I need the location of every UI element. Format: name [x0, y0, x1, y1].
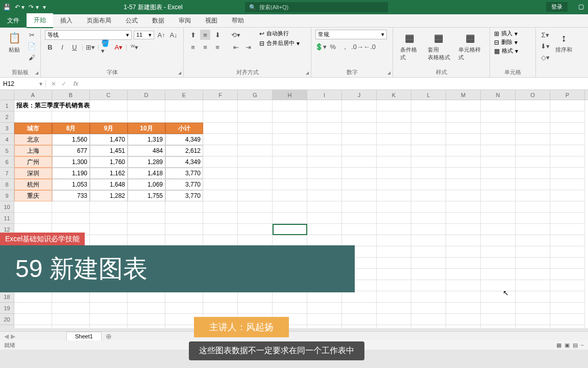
cell[interactable] [446, 325, 481, 328]
cell[interactable]: 城市 [14, 123, 52, 134]
cell[interactable] [377, 213, 411, 224]
cell[interactable] [481, 314, 516, 325]
borders-icon[interactable]: ⊞▾ [85, 42, 95, 52]
cell[interactable] [273, 190, 307, 201]
cell[interactable] [411, 224, 446, 235]
cell[interactable] [165, 303, 203, 314]
cell[interactable] [273, 156, 307, 168]
cell[interactable] [273, 111, 307, 123]
merge-center-button[interactable]: ⊟合并后居中▾ [259, 39, 300, 47]
cell[interactable] [411, 179, 446, 190]
cell[interactable] [238, 213, 273, 224]
qat-customize-icon[interactable]: ▾ [43, 4, 46, 11]
cell[interactable] [128, 224, 165, 235]
cell[interactable] [342, 123, 377, 134]
cell[interactable] [52, 111, 90, 123]
cell[interactable] [411, 201, 446, 213]
cell[interactable] [165, 201, 203, 213]
column-header[interactable]: H [273, 90, 307, 100]
cell[interactable] [377, 303, 411, 314]
cell[interactable] [14, 303, 52, 314]
cell[interactable] [377, 235, 411, 246]
cell[interactable]: 4,349 [165, 156, 203, 168]
cell[interactable] [307, 111, 342, 123]
cell[interactable] [377, 258, 411, 269]
cell[interactable] [516, 134, 550, 145]
cell[interactable] [481, 258, 516, 269]
cell[interactable]: 1,560 [52, 134, 90, 145]
cell-styles-button[interactable]: ▦单元格样式 [455, 30, 485, 62]
name-box[interactable]: H12▾ [0, 80, 46, 87]
cell[interactable] [481, 168, 516, 179]
cell[interactable]: 深圳 [14, 168, 52, 179]
fill-icon[interactable]: ⬇▾ [540, 41, 550, 51]
cell[interactable] [550, 280, 585, 291]
italic-button[interactable]: I [57, 42, 67, 52]
column-header[interactable]: A [14, 90, 52, 100]
row-header[interactable]: 20 [0, 314, 14, 325]
cell[interactable] [411, 123, 446, 134]
cell[interactable] [90, 325, 128, 328]
cell[interactable] [481, 224, 516, 235]
cell[interactable] [203, 145, 238, 156]
column-header[interactable]: E [165, 90, 203, 100]
cell[interactable] [238, 111, 273, 123]
conditional-format-button[interactable]: ▦条件格式 [397, 30, 423, 62]
cell[interactable] [516, 190, 550, 201]
cell[interactable] [203, 224, 238, 235]
cell[interactable] [411, 134, 446, 145]
cell[interactable]: 报表：第三季度手机销售表 [14, 100, 52, 111]
autosum-icon[interactable]: Σ▾ [540, 30, 550, 40]
cell[interactable]: 杭州 [14, 179, 52, 190]
cell[interactable] [14, 291, 52, 303]
cell[interactable] [377, 314, 411, 325]
cell[interactable] [238, 100, 273, 111]
cell[interactable] [165, 111, 203, 123]
cell[interactable] [52, 314, 90, 325]
cell[interactable]: 1,069 [128, 179, 165, 190]
cell[interactable] [550, 201, 585, 213]
cell[interactable] [203, 168, 238, 179]
cell[interactable]: 1,289 [128, 156, 165, 168]
cell[interactable]: 3,770 [165, 168, 203, 179]
cell[interactable] [411, 235, 446, 246]
cell[interactable] [342, 325, 377, 328]
cell[interactable] [52, 291, 90, 303]
cell[interactable] [446, 235, 481, 246]
column-header[interactable]: M [446, 90, 481, 100]
cell[interactable] [411, 246, 446, 258]
cell[interactable] [516, 258, 550, 269]
row-header[interactable]: 21 [0, 325, 14, 328]
cell[interactable] [342, 168, 377, 179]
tab-home[interactable]: 开始 [27, 13, 53, 28]
cell[interactable] [307, 235, 342, 246]
accounting-format-icon[interactable]: 💲▾ [315, 41, 326, 52]
row-header[interactable]: 4 [0, 134, 14, 145]
tab-help[interactable]: 帮助 [225, 14, 251, 28]
cell[interactable]: 重庆 [14, 190, 52, 201]
cell[interactable] [481, 123, 516, 134]
cell[interactable] [446, 224, 481, 235]
login-button[interactable]: 登录 [546, 2, 568, 12]
align-top-icon[interactable]: ⬆ [188, 30, 198, 40]
cell[interactable] [238, 224, 273, 235]
cell[interactable] [481, 100, 516, 111]
cell[interactable] [128, 325, 165, 328]
row-header[interactable]: 7 [0, 168, 14, 179]
column-header[interactable]: P [550, 90, 585, 100]
cell[interactable] [90, 213, 128, 224]
cell[interactable] [446, 280, 481, 291]
align-left-icon[interactable]: ≡ [188, 42, 198, 52]
redo-icon[interactable]: ↷ ▾ [29, 4, 38, 11]
percent-icon[interactable]: % [328, 41, 338, 52]
number-format-dropdown[interactable]: 常规▾ [315, 30, 387, 39]
cell[interactable] [550, 291, 585, 303]
cell[interactable] [307, 291, 342, 303]
tab-insert[interactable]: 插入 [53, 14, 80, 28]
cell[interactable] [342, 291, 377, 303]
add-sheet-button[interactable]: ⊕ [106, 332, 112, 340]
cell[interactable] [273, 235, 307, 246]
cell[interactable] [203, 111, 238, 123]
cell[interactable] [481, 201, 516, 213]
cell[interactable] [307, 100, 342, 111]
